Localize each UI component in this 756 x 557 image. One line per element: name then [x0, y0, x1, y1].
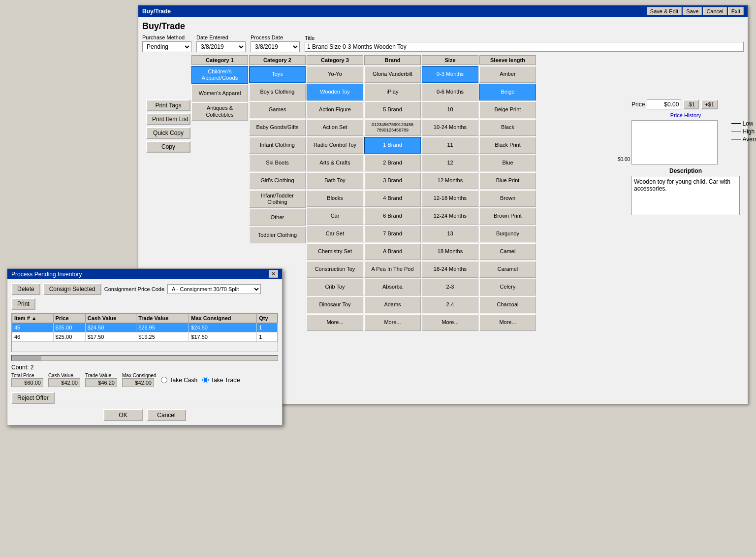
- size-item-8[interactable]: 12-24 Months: [422, 208, 478, 225]
- sleeve-item-8[interactable]: Brown Print: [479, 208, 536, 225]
- cat2-item-2[interactable]: Games: [249, 101, 306, 118]
- size-item-12[interactable]: 2-3: [422, 279, 478, 295]
- take-cash-radio[interactable]: [161, 377, 167, 383]
- size-item-10[interactable]: 18 Months: [422, 243, 478, 260]
- brand-more[interactable]: More...: [364, 314, 421, 331]
- cat2-item-4[interactable]: Infant Clothing: [249, 137, 306, 154]
- print-button[interactable]: Print: [11, 298, 35, 310]
- cat3-item-13[interactable]: Dinosaur Toy: [307, 296, 363, 313]
- col-trade[interactable]: Trade Value: [136, 314, 189, 323]
- cat2-item-8[interactable]: Other: [249, 209, 306, 226]
- brand-item-8[interactable]: 6 Brand: [364, 208, 421, 225]
- cat3-item-11[interactable]: Construction Toy: [307, 261, 363, 278]
- sleeve-item-0[interactable]: Amber: [479, 66, 536, 83]
- modal-close-button[interactable]: ✕: [269, 270, 278, 278]
- cat1-item-1[interactable]: Women's Apparel: [191, 85, 248, 101]
- cat2-item-9[interactable]: Toddler Clothing: [249, 227, 306, 243]
- cat3-item-3[interactable]: Action Set: [307, 119, 363, 136]
- size-item-7[interactable]: 12-18 Months: [422, 190, 478, 207]
- cat3-item-6[interactable]: Bath Toy: [307, 172, 363, 189]
- ok-button[interactable]: OK: [103, 409, 143, 421]
- table-row[interactable]: 45 $35.00 $24.50 $26.95 $24.50 1: [12, 323, 278, 332]
- brand-item-2[interactable]: 5 Brand: [364, 101, 421, 118]
- purchase-method-select[interactable]: Pending: [142, 41, 191, 52]
- title-input[interactable]: [305, 42, 744, 52]
- cat3-item-5[interactable]: Arts & Crafts: [307, 155, 363, 171]
- sleeve-item-7[interactable]: Brown: [479, 190, 536, 207]
- brand-item-12[interactable]: Absorba: [364, 279, 421, 295]
- size-item-5[interactable]: 12: [422, 155, 478, 171]
- print-item-list-button[interactable]: Print Item List: [146, 113, 190, 125]
- cat3-item-12[interactable]: Crib Toy: [307, 279, 363, 295]
- sleeve-item-10[interactable]: Camel: [479, 243, 536, 260]
- cat3-item-10[interactable]: Chemistry Set: [307, 243, 363, 260]
- col-qty[interactable]: Qty: [257, 314, 278, 323]
- description-textarea[interactable]: [631, 176, 740, 215]
- sleeve-item-9[interactable]: Burgundy: [479, 226, 536, 242]
- cancel-header-button[interactable]: Cancel: [703, 7, 726, 15]
- process-date-select[interactable]: 3/8/2019: [251, 41, 300, 52]
- brand-item-9[interactable]: 7 Brand: [364, 226, 421, 242]
- cat2-item-1[interactable]: Boy's Clothing: [249, 84, 306, 100]
- cat3-item-9[interactable]: Car Set: [307, 226, 363, 242]
- copy-button[interactable]: Copy: [146, 141, 190, 153]
- cat2-item-0[interactable]: Toys: [249, 66, 306, 83]
- brand-item-13[interactable]: Adams: [364, 296, 421, 313]
- size-item-13[interactable]: 2-4: [422, 296, 478, 313]
- size-item-2[interactable]: 10: [422, 101, 478, 118]
- minus-price-button[interactable]: -$1: [683, 99, 699, 109]
- size-item-6[interactable]: 12 Months: [422, 172, 478, 189]
- brand-item-6[interactable]: 3 Brand: [364, 172, 421, 189]
- consignment-price-select[interactable]: A - Consignment 30/70 Split: [167, 284, 261, 294]
- cat2-item-3[interactable]: Baby Goods/Gifts: [249, 119, 306, 136]
- sleeve-item-13[interactable]: Charcoal: [479, 296, 536, 313]
- sleeve-item-4[interactable]: Black Print: [479, 137, 536, 154]
- cat2-item-5[interactable]: Ski Boots: [249, 155, 306, 171]
- brand-item-10[interactable]: A Brand: [364, 243, 421, 260]
- cat3-item-2[interactable]: Action Figure: [307, 101, 363, 118]
- brand-item-5[interactable]: 2 Brand: [364, 155, 421, 171]
- reject-offer-button[interactable]: Reject Offer: [11, 392, 55, 404]
- delete-button[interactable]: Delete: [11, 283, 40, 295]
- cat1-item-2[interactable]: Antiques & Collectibles: [191, 102, 248, 120]
- size-item-9[interactable]: 13: [422, 226, 478, 242]
- col-item[interactable]: Item # ▲: [12, 314, 54, 323]
- sleeve-more[interactable]: More...: [479, 314, 536, 331]
- sleeve-item-5[interactable]: Blue: [479, 155, 536, 171]
- brand-item-1[interactable]: iPlay: [364, 84, 421, 100]
- brand-item-3[interactable]: 01234567890123456 7890123456789: [364, 119, 421, 136]
- sleeve-item-3[interactable]: Black: [479, 119, 536, 136]
- size-item-11[interactable]: 18-24 Months: [422, 261, 478, 278]
- print-tags-button[interactable]: Print Tags: [146, 99, 190, 111]
- cat3-item-4[interactable]: Radio Control Toy: [307, 137, 363, 154]
- size-item-0[interactable]: 0-3 Months: [422, 66, 478, 83]
- cat1-item-0[interactable]: Children's Apparel/Goods: [191, 66, 248, 84]
- col-max[interactable]: Max Consigned: [189, 314, 257, 323]
- horizontal-scrollbar[interactable]: [11, 355, 278, 361]
- sleeve-item-2[interactable]: Beige Print: [479, 101, 536, 118]
- save-edit-button[interactable]: Save & Edit: [647, 7, 682, 15]
- modal-cancel-button[interactable]: Cancel: [147, 409, 186, 421]
- cat3-more[interactable]: More...: [307, 314, 363, 331]
- brand-item-0[interactable]: Gloria Vanderbilt: [364, 66, 421, 83]
- take-trade-radio[interactable]: [202, 377, 209, 383]
- cat2-item-6[interactable]: Girl's Clothing: [249, 172, 306, 189]
- cat3-item-7[interactable]: Blocks: [307, 190, 363, 207]
- consign-selected-button[interactable]: Consign Selected: [43, 283, 101, 295]
- size-item-3[interactable]: 10-24 Months: [422, 119, 478, 136]
- col-cash[interactable]: Cash Value: [85, 314, 136, 323]
- col-price[interactable]: Price: [53, 314, 85, 323]
- price-input[interactable]: [647, 99, 681, 109]
- table-row[interactable]: 46 $25.00 $17.50 $19.25 $17.50 1: [12, 332, 278, 342]
- brand-item-7[interactable]: 4 Brand: [364, 190, 421, 207]
- sleeve-item-1[interactable]: Beige: [479, 84, 536, 100]
- date-entered-select[interactable]: 3/8/2019: [196, 41, 246, 52]
- size-item-1[interactable]: 0-6 Months: [422, 84, 478, 100]
- cat2-item-7[interactable]: Infant/Toddler Clothing: [249, 190, 306, 208]
- brand-item-11[interactable]: A Pea In The Pod: [364, 261, 421, 278]
- cat3-item-8[interactable]: Car: [307, 208, 363, 225]
- sleeve-item-6[interactable]: Blue Print: [479, 172, 536, 189]
- size-more[interactable]: More...: [422, 314, 478, 331]
- plus-price-button[interactable]: +$1: [701, 99, 718, 109]
- quick-copy-button[interactable]: Quick Copy: [146, 127, 190, 139]
